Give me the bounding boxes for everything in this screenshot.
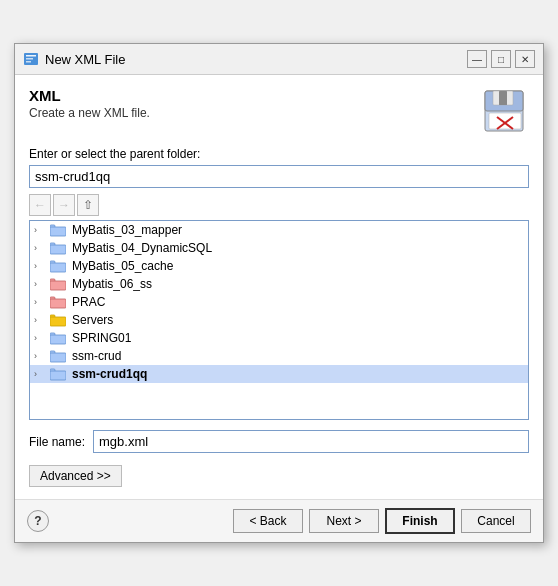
folder-icon xyxy=(50,349,66,363)
minimize-button[interactable]: — xyxy=(467,50,487,68)
file-name-label: File name: xyxy=(29,435,85,449)
dialog-title: New XML File xyxy=(45,52,461,67)
file-name-input[interactable] xyxy=(93,430,529,453)
help-button[interactable]: ? xyxy=(27,510,49,532)
advanced-button[interactable]: Advanced >> xyxy=(29,465,122,487)
tree-chevron-icon: › xyxy=(34,225,48,235)
svg-rect-20 xyxy=(50,299,66,308)
tree-item-label: PRAC xyxy=(72,295,105,309)
tree-item[interactable]: ›MyBatis_04_DynamicSQL xyxy=(30,239,528,257)
svg-rect-26 xyxy=(50,353,66,362)
tree-item-label: MyBatis_03_mapper xyxy=(72,223,182,237)
tree-chevron-icon: › xyxy=(34,369,48,379)
tree-item[interactable]: ›ssm-crud1qq xyxy=(30,365,528,383)
tree-item-label: ssm-crud1qq xyxy=(72,367,147,381)
maximize-button[interactable]: □ xyxy=(491,50,511,68)
cancel-button[interactable]: Cancel xyxy=(461,509,531,533)
svg-rect-6 xyxy=(489,113,521,129)
header-section: XML Create a new XML file. xyxy=(29,87,529,135)
nav-up-button[interactable]: ⇧ xyxy=(77,194,99,216)
svg-rect-3 xyxy=(26,61,31,63)
tree-chevron-icon: › xyxy=(34,333,48,343)
tree-chevron-icon: › xyxy=(34,243,48,253)
tree-item-label: ssm-crud xyxy=(72,349,121,363)
folder-label: Enter or select the parent folder: xyxy=(29,147,529,161)
svg-rect-24 xyxy=(50,335,66,344)
tree-item[interactable]: ›ssm-crud xyxy=(30,347,528,365)
svg-rect-1 xyxy=(26,55,36,57)
finish-button[interactable]: Finish xyxy=(385,508,455,534)
folder-icon xyxy=(50,241,66,255)
nav-back-button[interactable]: ← xyxy=(29,194,51,216)
tree-item[interactable]: ›MyBatis_03_mapper xyxy=(30,221,528,239)
title-bar: New XML File — □ ✕ xyxy=(15,44,543,75)
folder-icon xyxy=(50,223,66,237)
folder-icon xyxy=(50,277,66,291)
tree-item[interactable]: ›Servers xyxy=(30,311,528,329)
tree-item[interactable]: ›PRAC xyxy=(30,293,528,311)
tree-item[interactable]: ›MyBatis_05_cache xyxy=(30,257,528,275)
folder-icon xyxy=(50,331,66,345)
tree-chevron-icon: › xyxy=(34,315,48,325)
svg-rect-8 xyxy=(499,91,507,105)
nav-bar: ← → ⇧ xyxy=(29,194,529,216)
tree-item-label: MyBatis_04_DynamicSQL xyxy=(72,241,212,255)
header-text: XML Create a new XML file. xyxy=(29,87,473,120)
file-tree[interactable]: ›MyBatis_03_mapper›MyBatis_04_DynamicSQL… xyxy=(29,220,529,420)
svg-rect-18 xyxy=(50,281,66,290)
header-title: XML xyxy=(29,87,473,104)
svg-rect-22 xyxy=(50,317,66,326)
folder-icon xyxy=(50,295,66,309)
svg-rect-16 xyxy=(50,263,66,272)
nav-forward-button[interactable]: → xyxy=(53,194,75,216)
back-button[interactable]: < Back xyxy=(233,509,303,533)
dialog-body: XML Create a new XML file. xyxy=(15,75,543,499)
advanced-section: Advanced >> xyxy=(29,465,529,487)
new-xml-file-dialog: New XML File — □ ✕ XML Create a new XML … xyxy=(14,43,544,543)
tree-chevron-icon: › xyxy=(34,279,48,289)
tree-chevron-icon: › xyxy=(34,297,48,307)
folder-input[interactable] xyxy=(29,165,529,188)
xml-floppy-icon xyxy=(481,87,529,135)
tree-item-label: MyBatis_05_cache xyxy=(72,259,173,273)
dialog-footer: ? < Back Next > Finish Cancel xyxy=(15,499,543,542)
folder-icon xyxy=(50,313,66,327)
svg-rect-2 xyxy=(26,58,33,60)
file-name-row: File name: xyxy=(29,430,529,453)
svg-rect-14 xyxy=(50,245,66,254)
title-bar-controls: — □ ✕ xyxy=(467,50,535,68)
tree-item[interactable]: ›SPRING01 xyxy=(30,329,528,347)
next-button[interactable]: Next > xyxy=(309,509,379,533)
tree-item[interactable]: ›Mybatis_06_ss xyxy=(30,275,528,293)
tree-item-label: Servers xyxy=(72,313,113,327)
folder-icon xyxy=(50,259,66,273)
header-subtitle: Create a new XML file. xyxy=(29,106,473,120)
svg-rect-12 xyxy=(50,227,66,236)
tree-item-label: Mybatis_06_ss xyxy=(72,277,152,291)
dialog-icon xyxy=(23,51,39,67)
folder-icon xyxy=(50,367,66,381)
tree-item-label: SPRING01 xyxy=(72,331,131,345)
tree-chevron-icon: › xyxy=(34,351,48,361)
close-button[interactable]: ✕ xyxy=(515,50,535,68)
svg-rect-28 xyxy=(50,371,66,380)
tree-chevron-icon: › xyxy=(34,261,48,271)
